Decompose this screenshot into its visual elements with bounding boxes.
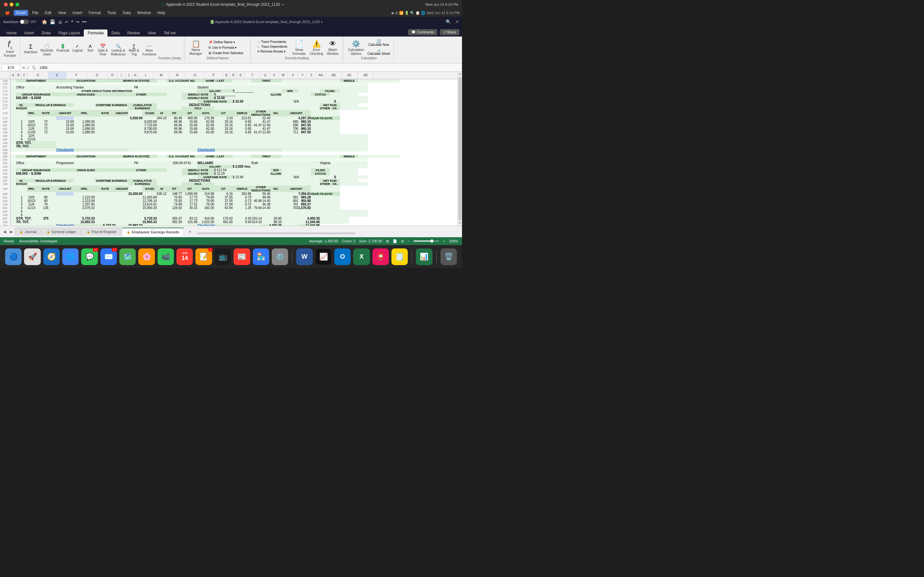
- table-cell[interactable]: YR. TOT.: [16, 145, 56, 148]
- table-cell[interactable]: 5: [16, 210, 27, 213]
- table-cell[interactable]: [311, 110, 341, 116]
- tab-general-ledger[interactable]: 🔒 General Ledger: [42, 227, 81, 235]
- table-cell[interactable]: [157, 220, 167, 224]
- table-cell[interactable]: [157, 182, 182, 185]
- table-cell[interactable]: WORKS IN (STATE): [115, 155, 157, 158]
- col-header-l[interactable]: L: [138, 72, 153, 79]
- table-cell[interactable]: YEAR-TO-DATE: [311, 116, 341, 120]
- undo-icon[interactable]: ↩: [65, 19, 69, 24]
- table-cell[interactable]: [10, 213, 16, 217]
- zoom-in-icon[interactable]: +: [443, 239, 445, 243]
- table-cell[interactable]: 5,733.33: [74, 217, 95, 220]
- table-cell[interactable]: FIRST: [251, 155, 282, 158]
- tab-payroll-register[interactable]: 🔒 Payroll Register: [82, 227, 121, 235]
- table-cell[interactable]: [10, 123, 16, 127]
- table-cell[interactable]: AMOUNT: [56, 185, 74, 192]
- table-cell[interactable]: HRS.: [74, 110, 95, 116]
- table-cell[interactable]: Checkpoint: [56, 148, 128, 152]
- table-cell[interactable]: 32.40: [251, 116, 270, 120]
- table-cell[interactable]: 680: [282, 120, 298, 123]
- table-cell[interactable]: 33.16: [214, 127, 233, 131]
- table-cell[interactable]: [56, 141, 368, 145]
- table-cell[interactable]: [270, 96, 368, 100]
- scroll-up[interactable]: ▲: [458, 72, 462, 76]
- dock-calendar[interactable]: JUN 14: [176, 248, 193, 265]
- table-cell[interactable]: [311, 203, 341, 206]
- col-header-ab[interactable]: AB: [326, 72, 342, 79]
- vertical-scrollbar[interactable]: ▲ ▼: [457, 72, 462, 226]
- table-cell[interactable]: 66.96: [166, 123, 182, 127]
- table-cell[interactable]: [233, 103, 320, 107]
- col-header-r[interactable]: R: [230, 72, 237, 79]
- table-cell[interactable]: [27, 107, 128, 110]
- table-cell[interactable]: OASDI: [142, 185, 157, 192]
- show-formulas-button[interactable]: 📄 ShowFormulas: [291, 39, 307, 56]
- col-header-w[interactable]: W: [279, 72, 288, 79]
- table-cell[interactable]: [311, 175, 330, 179]
- table-cell[interactable]: [10, 165, 197, 168]
- table-cell[interactable]: [95, 199, 142, 203]
- table-cell[interactable]: STATUS: [311, 93, 330, 96]
- table-cell[interactable]: [282, 220, 298, 224]
- menu-help[interactable]: Help: [155, 10, 168, 16]
- table-cell[interactable]: SIMPLE: [233, 185, 251, 192]
- table-cell[interactable]: [320, 220, 349, 224]
- table-cell[interactable]: 614.10: [251, 220, 262, 224]
- table-cell[interactable]: [340, 103, 358, 107]
- table-cell[interactable]: [74, 192, 128, 195]
- table-cell[interactable]: GROUP INSURANCE: [16, 168, 56, 172]
- table-cell[interactable]: 6,630.00: [142, 120, 157, 123]
- table-cell[interactable]: 1,080.00: [74, 120, 95, 123]
- table-cell[interactable]: [157, 85, 167, 89]
- table-cell[interactable]: Checkpoint: [197, 148, 262, 152]
- table-cell[interactable]: NAME - LAST: [197, 79, 233, 82]
- table-cell[interactable]: RATE: [35, 110, 56, 116]
- cell-reference-input[interactable]: [1, 64, 21, 71]
- table-cell[interactable]: FILING: [320, 89, 341, 93]
- undo-dropdown[interactable]: ▾: [71, 19, 73, 24]
- table-cell[interactable]: 1,223.08: [74, 195, 95, 199]
- table-cell[interactable]: [128, 148, 198, 152]
- table-cell[interactable]: [142, 116, 157, 120]
- table-cell[interactable]: [157, 161, 167, 165]
- table-cell[interactable]: [282, 155, 340, 158]
- table-cell[interactable]: [142, 172, 182, 175]
- table-cell[interactable]: [95, 127, 142, 131]
- table-cell[interactable]: [311, 127, 341, 131]
- table-cell[interactable]: 691: [282, 199, 298, 203]
- table-cell[interactable]: EARNINGS: [128, 107, 157, 110]
- table-cell[interactable]: 37.55: [214, 199, 233, 203]
- table-cell[interactable]: DEPARTMENT: [16, 79, 56, 82]
- table-cell[interactable]: 7,710.00: [142, 123, 157, 127]
- table-cell[interactable]: 9,870.00: [142, 131, 157, 134]
- table-cell[interactable]: $ 15.29: [214, 172, 270, 175]
- remove-arrows-button[interactable]: ✕ Remove Arrows ▾: [256, 49, 289, 53]
- page-break-icon[interactable]: ⊟: [401, 239, 404, 243]
- table-cell[interactable]: 13,914.01: [142, 203, 157, 206]
- table-cell[interactable]: 847.50: [298, 123, 311, 127]
- table-cell[interactable]: 847.50: [298, 131, 311, 134]
- table-cell[interactable]: DEPARTMENT: [16, 155, 56, 158]
- table-cell[interactable]: 1: [16, 120, 27, 123]
- table-cell[interactable]: UNION DUES: [56, 93, 115, 96]
- table-cell[interactable]: Checkpoint: [197, 224, 233, 226]
- col-header-z[interactable]: Z: [307, 72, 316, 79]
- table-cell[interactable]: [157, 79, 167, 82]
- table-cell[interactable]: [233, 179, 320, 182]
- table-cell[interactable]: 4: [16, 131, 27, 134]
- table-cell[interactable]: [27, 210, 368, 213]
- table-cell[interactable]: GROUP INSURANCE: [16, 93, 56, 96]
- table-cell[interactable]: 15.00: [56, 127, 74, 131]
- table-cell[interactable]: 6: [16, 137, 27, 141]
- table-cell[interactable]: [10, 85, 16, 89]
- table-cell[interactable]: 72: [35, 123, 56, 127]
- table-cell[interactable]: 213.61: [233, 116, 251, 120]
- table-cell[interactable]: [330, 93, 358, 96]
- table-cell[interactable]: 12,706.16: [142, 199, 157, 203]
- table-cell[interactable]: Ruth: [251, 161, 282, 165]
- table-cell[interactable]: 6: [16, 213, 27, 217]
- table-cell[interactable]: [340, 179, 358, 182]
- col-header-aa[interactable]: AA: [316, 72, 326, 79]
- table-cell[interactable]: [298, 89, 320, 93]
- col-header-n[interactable]: N: [169, 72, 186, 79]
